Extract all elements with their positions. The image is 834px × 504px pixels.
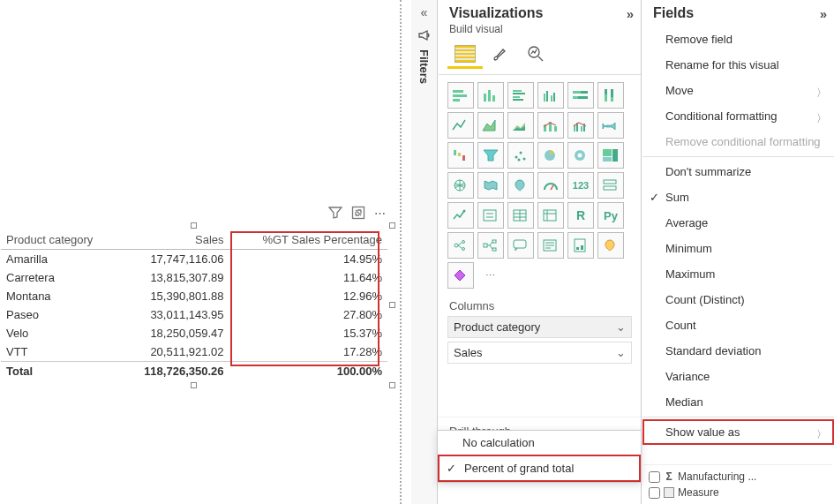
calc-no-calculation[interactable]: No calculation bbox=[438, 431, 641, 455]
viz-kpi-icon[interactable] bbox=[447, 202, 474, 229]
cell-cat: Montana bbox=[1, 287, 119, 305]
collapse-fields-icon[interactable]: » bbox=[820, 6, 827, 21]
data-table[interactable]: Product category Sales %GT Sales Percent… bbox=[1, 230, 387, 380]
ctx-minimum[interactable]: Minimum bbox=[642, 236, 834, 261]
viz-stacked-column-icon[interactable] bbox=[477, 82, 504, 109]
calc-percent-of-grand-total[interactable]: ✓ Percent of grand total bbox=[438, 455, 641, 482]
table-visual[interactable]: ⋯ Product category Sales %GT Sales Perce… bbox=[0, 229, 388, 381]
viz-area-icon[interactable] bbox=[477, 112, 504, 139]
field-row-manufacturing[interactable]: Σ Manufacturing ... bbox=[645, 469, 830, 485]
tab-format-visual[interactable] bbox=[483, 41, 518, 69]
viz-paginated-report-icon[interactable] bbox=[567, 232, 594, 259]
table-row[interactable]: Montana15,390,801.8812.96% bbox=[1, 287, 387, 305]
viz-clustered-bar-icon[interactable] bbox=[507, 82, 534, 109]
table-row[interactable]: Carretera13,815,307.8911.64% bbox=[1, 268, 387, 287]
cell-pct: 27.80% bbox=[229, 305, 387, 324]
ctx-median[interactable]: Median bbox=[642, 389, 834, 415]
ctx-variance[interactable]: Variance bbox=[642, 364, 834, 389]
viz-qa-icon[interactable] bbox=[507, 232, 534, 259]
field-well-product-category[interactable]: Product category ⌄ bbox=[447, 316, 632, 338]
focus-mode-icon[interactable] bbox=[351, 206, 365, 220]
viz-ribbon-icon[interactable] bbox=[597, 112, 624, 139]
viz-arcgis-map-icon[interactable] bbox=[597, 232, 624, 259]
ctx-dont-summarize[interactable]: Don't summarize bbox=[642, 159, 834, 184]
col-header-category[interactable]: Product category bbox=[1, 230, 119, 250]
field-checkbox[interactable] bbox=[649, 471, 660, 483]
viz-matrix-icon[interactable] bbox=[537, 202, 564, 229]
svg-rect-55 bbox=[492, 240, 496, 243]
viz-more-icon[interactable]: ⋯ bbox=[477, 262, 504, 289]
ctx-remove-field[interactable]: Remove field bbox=[642, 26, 834, 52]
viz-stacked-bar-icon[interactable] bbox=[447, 82, 474, 109]
viz-map-icon[interactable] bbox=[447, 172, 474, 199]
ctx-count[interactable]: Count bbox=[642, 312, 834, 338]
table-row[interactable]: Amarilla17,747,116.0614.95% bbox=[1, 250, 387, 269]
viz-filled-map-icon[interactable] bbox=[477, 172, 504, 199]
viz-card-icon[interactable]: 123 bbox=[567, 172, 594, 199]
tab-analytics[interactable] bbox=[518, 41, 553, 69]
ctx-conditional-formatting[interactable]: Conditional formatting〉 bbox=[642, 103, 834, 129]
viz-table-icon[interactable] bbox=[507, 202, 534, 229]
field-checkbox[interactable] bbox=[649, 487, 660, 499]
viz-donut-icon[interactable] bbox=[567, 142, 594, 169]
cell-sales: 18,250,059.47 bbox=[119, 324, 229, 342]
viz-multirow-card-icon[interactable] bbox=[597, 172, 624, 199]
viz-scatter-icon[interactable] bbox=[507, 142, 534, 169]
more-options-icon[interactable]: ⋯ bbox=[374, 207, 387, 220]
viz-tabs bbox=[439, 41, 641, 75]
viz-gauge-icon[interactable] bbox=[537, 172, 564, 199]
col-header-sales[interactable]: Sales bbox=[119, 230, 229, 250]
field-row-measure[interactable]: Measure bbox=[645, 485, 830, 500]
ctx-maximum[interactable]: Maximum bbox=[642, 261, 834, 287]
expand-filters-icon[interactable]: « bbox=[421, 5, 428, 19]
viz-azure-map-icon[interactable] bbox=[507, 172, 534, 199]
viz-line-icon[interactable] bbox=[447, 112, 474, 139]
col-header-pct[interactable]: %GT Sales Percentage bbox=[229, 230, 387, 250]
filters-pane-collapsed[interactable]: « Filters bbox=[411, 0, 438, 504]
viz-decomposition-tree-icon[interactable] bbox=[477, 232, 504, 259]
megaphone-icon[interactable] bbox=[417, 28, 432, 42]
viz-pie-icon[interactable] bbox=[537, 142, 564, 169]
viz-line-clustered-column-icon[interactable] bbox=[567, 112, 594, 139]
ctx-move[interactable]: Move〉 bbox=[642, 78, 834, 103]
viz-line-stacked-column-icon[interactable] bbox=[537, 112, 564, 139]
viz-waterfall-icon[interactable] bbox=[447, 142, 474, 169]
ctx-count-distinct[interactable]: Count (Distinct) bbox=[642, 287, 834, 312]
svg-rect-13 bbox=[546, 91, 548, 102]
viz-slicer-icon[interactable] bbox=[477, 202, 504, 229]
table-row[interactable]: Paseo33,011,143.9527.80% bbox=[1, 305, 387, 324]
table-header-row: Product category Sales %GT Sales Percent… bbox=[1, 230, 387, 250]
viz-r-script-icon[interactable]: R bbox=[567, 202, 594, 229]
filter-icon[interactable] bbox=[328, 206, 342, 220]
viz-key-influencers-icon[interactable] bbox=[447, 232, 474, 259]
report-canvas[interactable]: ⋯ Product category Sales %GT Sales Perce… bbox=[0, 0, 397, 504]
tab-build-visual[interactable] bbox=[447, 41, 483, 69]
table-row[interactable]: Velo18,250,059.4715.37% bbox=[1, 324, 387, 342]
calc-item-label: Percent of grand total bbox=[464, 462, 574, 475]
field-well-sales[interactable]: Sales ⌄ bbox=[447, 342, 632, 364]
viz-treemap-icon[interactable] bbox=[597, 142, 624, 169]
ctx-label: Standard deviation bbox=[665, 344, 761, 357]
viz-python-icon[interactable]: Py bbox=[597, 202, 624, 229]
svg-rect-2 bbox=[453, 90, 463, 93]
table-row[interactable]: VTT20,511,921.0217.28% bbox=[1, 342, 387, 362]
viz-100-stacked-bar-icon[interactable] bbox=[567, 82, 594, 109]
viz-100-stacked-column-icon[interactable] bbox=[597, 82, 624, 109]
viz-funnel-icon[interactable] bbox=[477, 142, 504, 169]
ctx-label: Remove conditional formatting bbox=[665, 135, 821, 148]
table-total-row: Total 118,726,350.26 100.00% bbox=[1, 362, 387, 381]
viz-stacked-area-icon[interactable] bbox=[507, 112, 534, 139]
ctx-sum[interactable]: ✓Sum bbox=[642, 184, 834, 210]
field-name: Manufacturing ... bbox=[678, 470, 756, 483]
ctx-average[interactable]: Average bbox=[642, 210, 834, 236]
svg-rect-33 bbox=[462, 155, 465, 161]
ctx-show-value-as[interactable]: Show value as〉 bbox=[642, 419, 834, 445]
visual-toolbar: ⋯ bbox=[328, 206, 387, 220]
svg-rect-45 bbox=[604, 180, 616, 184]
ctx-rename-for-visual[interactable]: Rename for this visual bbox=[642, 52, 834, 78]
viz-powerapps-icon[interactable] bbox=[447, 262, 474, 289]
viz-clustered-column-icon[interactable] bbox=[537, 82, 564, 109]
collapse-viz-icon[interactable]: » bbox=[627, 6, 634, 21]
ctx-standard-deviation[interactable]: Standard deviation bbox=[642, 338, 834, 364]
viz-smart-narrative-icon[interactable] bbox=[537, 232, 564, 259]
